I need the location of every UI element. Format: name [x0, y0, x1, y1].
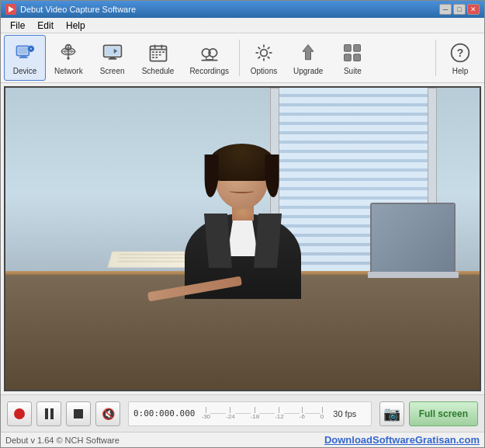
pause-bar-left [45, 408, 48, 419]
toolbar-recordings-button[interactable]: Recordings [182, 35, 236, 81]
toolbar-separator-2 [435, 40, 436, 76]
toolbar-help-button[interactable]: ? Help [439, 35, 481, 81]
fullscreen-button[interactable]: Full screen [409, 401, 478, 426]
svg-rect-30 [152, 57, 154, 58]
svg-rect-22 [161, 45, 162, 49]
main-window: Debut Video Capture Software ─ □ ✕ File … [0, 0, 485, 448]
svg-rect-28 [155, 54, 158, 56]
record-dot-icon [14, 408, 25, 419]
svg-rect-48 [345, 45, 352, 52]
window-title: Debut Video Capture Software [20, 5, 136, 14]
svg-rect-23 [152, 51, 154, 53]
svg-rect-16 [109, 57, 115, 58]
fps-display: 30 fps [333, 409, 356, 418]
svg-rect-15 [105, 47, 120, 55]
suite-icon [340, 40, 365, 65]
toolbar-upgrade-button[interactable]: Upgrade [286, 35, 330, 81]
toolbar-options-button[interactable]: Options [243, 35, 285, 81]
svg-rect-2 [18, 47, 27, 54]
toolbar-network-button[interactable]: Network [47, 35, 90, 81]
toolbar-separator-1 [239, 40, 240, 76]
title-bar: Debut Video Capture Software ─ □ ✕ [1, 1, 484, 18]
laptop-base [368, 272, 458, 278]
svg-line-43 [258, 47, 261, 50]
controls-bar: 🔇 0:00:000.000 -30 -24 -18 [1, 394, 484, 432]
video-scene [5, 88, 480, 390]
menu-edit[interactable]: Edit [31, 19, 60, 33]
status-bar: Debut v 1.64 © NCH Software DownloadSoft… [1, 432, 484, 447]
toolbar-screen-button[interactable]: Screen [92, 35, 133, 81]
svg-rect-17 [108, 58, 116, 60]
svg-rect-21 [154, 45, 155, 49]
svg-line-46 [258, 57, 261, 59]
svg-rect-27 [152, 54, 154, 56]
toolbar: Device Network [1, 33, 484, 83]
help-icon: ? [448, 40, 473, 65]
svg-rect-29 [158, 54, 161, 56]
menu-bar: File Edit Help [1, 18, 484, 33]
upgrade-icon [296, 40, 320, 65]
svg-rect-20 [150, 49, 166, 50]
options-icon [251, 40, 276, 65]
db-scale: -30 -24 -18 -12 [201, 407, 324, 420]
timeline-area: 0:00:000.000 -30 -24 -18 [128, 401, 372, 426]
device-icon [12, 40, 37, 65]
svg-rect-31 [155, 57, 158, 58]
network-label: Network [54, 67, 83, 75]
svg-rect-26 [162, 51, 165, 53]
pause-button[interactable] [36, 401, 61, 426]
svg-point-13 [68, 57, 71, 60]
svg-rect-49 [354, 45, 361, 52]
screen-label: Screen [100, 67, 125, 75]
svg-line-44 [268, 57, 270, 59]
schedule-label: Schedule [142, 67, 175, 75]
maximize-button[interactable]: □ [453, 4, 466, 15]
stop-icon [74, 409, 83, 418]
menu-file[interactable]: File [4, 19, 31, 33]
video-preview [4, 86, 481, 391]
schedule-icon [146, 40, 171, 65]
svg-rect-25 [158, 51, 161, 53]
screen-icon [100, 40, 125, 65]
status-website: DownloadSoftwareGratisan.com [324, 434, 480, 446]
options-label: Options [251, 67, 277, 75]
recordings-icon [197, 40, 222, 65]
status-version: Debut v 1.64 © NCH Software [5, 436, 120, 445]
svg-marker-47 [303, 45, 314, 60]
svg-line-45 [268, 47, 270, 50]
svg-rect-50 [345, 54, 352, 61]
pause-bar-right [50, 408, 54, 419]
fullscreen-label: Full screen [419, 408, 468, 419]
toolbar-schedule-button[interactable]: Schedule [135, 35, 182, 81]
network-icon [56, 40, 81, 65]
svg-rect-24 [155, 51, 158, 53]
upgrade-label: Upgrade [293, 67, 323, 75]
title-bar-left: Debut Video Capture Software [5, 4, 136, 15]
mute-button[interactable]: 🔇 [95, 401, 120, 426]
svg-point-38 [261, 50, 268, 57]
minimize-button[interactable]: ─ [439, 4, 452, 15]
stop-button[interactable] [66, 401, 91, 426]
record-button[interactable] [7, 401, 32, 426]
menu-help[interactable]: Help [60, 19, 92, 33]
toolbar-suite-button[interactable]: Suite [331, 35, 373, 81]
svg-rect-19 [150, 46, 166, 61]
time-display: 0:00:000.000 [133, 408, 195, 418]
svg-marker-0 [9, 6, 14, 12]
window-controls: ─ □ ✕ [439, 4, 480, 15]
suite-label: Suite [344, 67, 362, 75]
help-label: Help [452, 67, 469, 75]
recordings-label: Recordings [189, 67, 229, 75]
svg-rect-3 [21, 56, 26, 57]
pause-icon [45, 408, 54, 419]
svg-point-7 [30, 47, 33, 50]
svg-rect-51 [354, 54, 361, 61]
screenshot-button[interactable]: 📷 [379, 401, 404, 426]
svg-rect-4 [19, 57, 28, 58]
toolbar-device-button[interactable]: Device [4, 35, 46, 81]
person-head [215, 148, 268, 209]
app-icon [5, 4, 16, 15]
close-button[interactable]: ✕ [467, 4, 480, 15]
svg-text:?: ? [457, 47, 464, 59]
device-label: Device [13, 67, 37, 75]
